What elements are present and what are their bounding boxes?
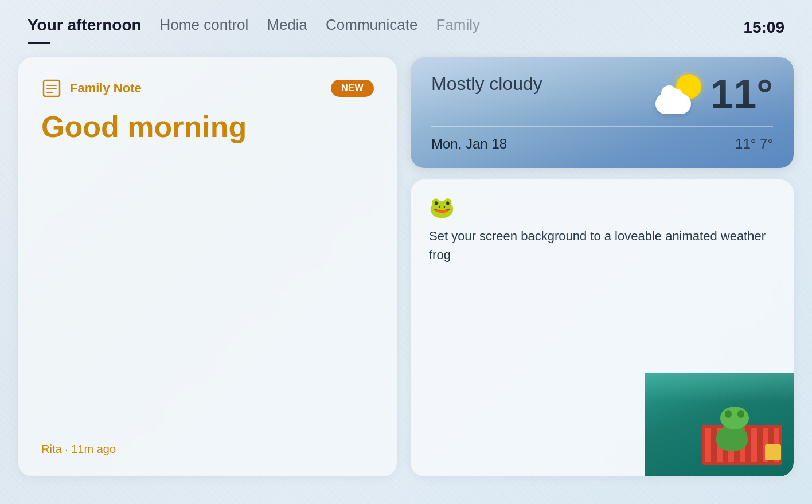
weather-condition: Mostly cloudy — [431, 73, 542, 95]
weather-temperature: 11° — [710, 73, 773, 115]
weather-bottom: Mon, Jan 18 11° 7° — [431, 136, 773, 152]
new-badge: NEW — [331, 80, 374, 97]
main-content: Family Note NEW Good morning Rita · 11m … — [0, 44, 812, 490]
cloud-icon — [655, 93, 691, 114]
note-icon — [41, 78, 62, 99]
frog-promo-content: 🐸 Set your screen background to a loveab… — [429, 196, 775, 264]
note-author: Rita · 11m ago — [41, 431, 374, 456]
clock-display: 15:09 — [743, 16, 784, 37]
frog-eye-left — [725, 410, 732, 418]
navbar: Your afternoon Home control Media Commun… — [0, 0, 812, 44]
frog-eye-right — [737, 410, 744, 418]
frog-head — [720, 407, 749, 429]
weather-card[interactable]: Mostly cloudy 11° Mon, Jan 18 11° 7° — [411, 57, 794, 168]
nav-item-communicate[interactable]: Communicate — [326, 16, 436, 43]
frog-promo-card[interactable]: 🐸 Set your screen background to a loveab… — [411, 179, 794, 476]
family-note-header: Family Note NEW — [41, 78, 374, 99]
weather-divider — [431, 126, 773, 127]
right-panel: Mostly cloudy 11° Mon, Jan 18 11° 7° 🐸 — [411, 57, 794, 476]
family-note-message: Good morning — [41, 110, 374, 431]
family-note-card[interactable]: Family Note NEW Good morning Rita · 11m … — [18, 57, 397, 476]
water-top — [645, 373, 794, 402]
weather-right: 11° — [655, 73, 773, 115]
weather-top: Mostly cloudy 11° — [431, 73, 773, 115]
family-note-title-row: Family Note — [41, 78, 142, 99]
weather-range: 11° 7° — [735, 136, 773, 152]
nav-item-media[interactable]: Media — [267, 16, 326, 43]
yellow-box — [765, 444, 781, 460]
nav-item-family[interactable]: Family — [436, 16, 498, 43]
frog-promo-text: Set your screen background to a loveable… — [429, 226, 775, 264]
nav-item-home-control[interactable]: Home control — [160, 16, 267, 43]
nav-item-your-afternoon[interactable]: Your afternoon — [28, 16, 160, 44]
weather-icon — [655, 74, 701, 114]
frog-illustration — [645, 373, 794, 476]
weather-date: Mon, Jan 18 — [431, 136, 507, 152]
frog-emoji-small: 🐸 — [429, 196, 775, 220]
family-note-title: Family Note — [70, 81, 142, 96]
